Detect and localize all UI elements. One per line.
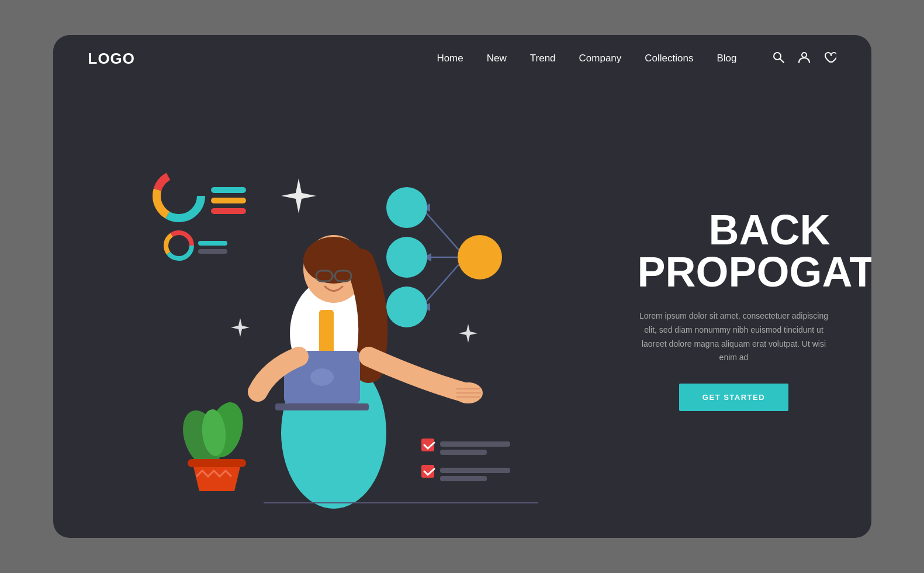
check1-line1 — [440, 441, 510, 447]
app-window: LOGO Home New Trend Company Collections … — [53, 35, 871, 538]
svg-point-0 — [774, 53, 781, 60]
svg-point-2 — [802, 53, 807, 57]
logo: LOGO — [88, 50, 136, 68]
node-teal-mid — [386, 237, 427, 278]
search-icon[interactable] — [772, 51, 785, 67]
laptop-base — [275, 403, 369, 410]
bar-teal-1 — [211, 187, 246, 193]
node-orange — [458, 235, 502, 279]
nav-item-trend[interactable]: Trend — [530, 53, 556, 64]
user-icon[interactable] — [798, 51, 811, 67]
network-line-bot — [421, 257, 465, 307]
network-line-top — [421, 208, 465, 257]
bar2-teal — [198, 241, 227, 246]
node-teal-top — [386, 187, 427, 228]
illustration-area — [53, 82, 626, 538]
hero-description: Lorem ipsum dolor sit amet, consectetuer… — [638, 309, 830, 365]
check2-line2 — [440, 476, 487, 481]
nav-links: Home New Trend Company Collections Blog — [437, 53, 736, 64]
nav-link-trend[interactable]: Trend — [530, 53, 556, 64]
bar-orange — [211, 198, 246, 203]
sparkle-large — [281, 178, 316, 213]
pot-rim — [188, 459, 246, 467]
nav-link-home[interactable]: Home — [437, 53, 463, 64]
nav-item-collections[interactable]: Collections — [645, 53, 693, 64]
illustration-svg — [117, 105, 562, 515]
laptop-shine — [310, 368, 334, 386]
check2-line1 — [440, 468, 510, 473]
bar-red — [211, 208, 246, 214]
nav-item-home[interactable]: Home — [437, 53, 463, 64]
nav-link-new[interactable]: New — [487, 53, 507, 64]
sparkle-small-left — [231, 318, 250, 337]
nav-link-collections[interactable]: Collections — [645, 53, 693, 64]
get-started-button[interactable]: GET STARTED — [679, 384, 788, 411]
nav-item-blog[interactable]: Blog — [717, 53, 736, 64]
nav-item-new[interactable]: New — [487, 53, 507, 64]
nav-link-blog[interactable]: Blog — [717, 53, 736, 64]
check1-line2 — [440, 450, 487, 455]
svg-line-1 — [780, 59, 784, 63]
nav-item-company[interactable]: Company — [579, 53, 622, 64]
main-content: BACK PROPOGATION Lorem ipsum dolor sit a… — [53, 82, 871, 538]
person-right-arm — [369, 357, 462, 392]
node-teal-bot — [386, 286, 427, 327]
text-area: BACK PROPOGATION Lorem ipsum dolor sit a… — [626, 82, 871, 538]
hero-title: BACK PROPOGATION — [638, 209, 830, 293]
sparkle-small-right — [459, 324, 477, 343]
bar2-gray — [198, 249, 227, 254]
nav-icon-group — [772, 51, 836, 67]
navbar: LOGO Home New Trend Company Collections … — [53, 35, 871, 82]
nav-link-company[interactable]: Company — [579, 53, 622, 64]
heart-icon[interactable] — [823, 51, 836, 67]
